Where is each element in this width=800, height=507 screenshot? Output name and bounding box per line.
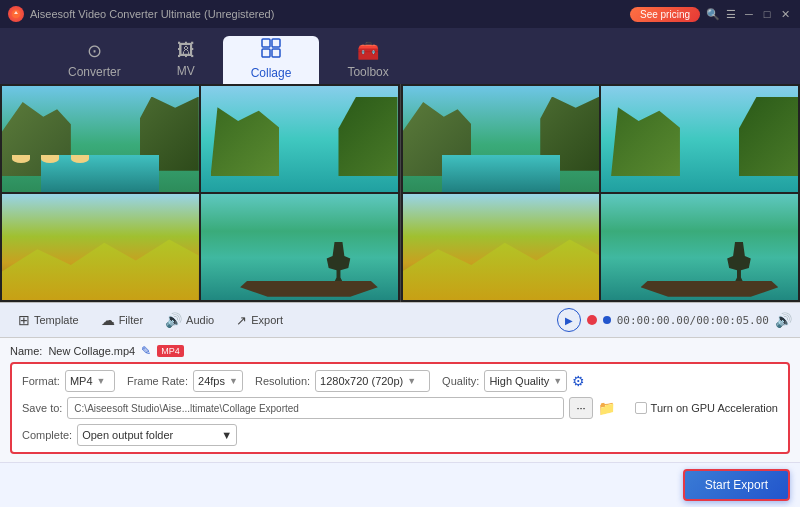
format-arrow-icon: ▼ [97, 376, 106, 386]
saveto-label: Save to: [22, 402, 62, 414]
quality-settings-icon[interactable]: ⚙ [572, 373, 585, 389]
gpu-acceleration-field: Turn on GPU Acceleration [635, 402, 778, 414]
framerate-arrow-icon: ▼ [229, 376, 238, 386]
saveto-path-value: C:\Aiseesoft Studio\Aise...ltimate\Colla… [74, 403, 299, 414]
quality-label: Quality: [442, 375, 479, 387]
collage-cell-br [201, 194, 398, 300]
search-icon[interactable]: 🔍 [706, 7, 720, 21]
filter-label: Filter [119, 314, 143, 326]
tab-collage[interactable]: Collage [223, 36, 320, 84]
settings-row-1: Format: MP4 ▼ Frame Rate: 24fps ▼ Resolu… [22, 370, 778, 392]
main-content: ⊞ Template ☁ Filter 🔊 Audio ↗ Export ▶ 0… [0, 84, 800, 507]
filter-button[interactable]: ☁ Filter [91, 308, 153, 332]
format-badge: MP4 [157, 345, 184, 357]
quality-select[interactable]: High Quality ▼ [484, 370, 567, 392]
resolution-arrow-icon: ▼ [407, 376, 416, 386]
format-select[interactable]: MP4 ▼ [65, 370, 115, 392]
collage-cell-tr [201, 86, 398, 192]
quality-field: Quality: High Quality ▼ ⚙ [442, 370, 585, 392]
svg-rect-4 [272, 49, 280, 57]
audio-label: Audio [186, 314, 214, 326]
editing-toolbar: ⊞ Template ☁ Filter 🔊 Audio ↗ Export ▶ 0… [0, 302, 800, 338]
template-icon: ⊞ [18, 312, 30, 328]
tab-toolbox-label: Toolbox [347, 65, 388, 79]
window-controls: 🔍 ☰ ─ □ ✕ [706, 7, 792, 21]
play-button[interactable]: ▶ [557, 308, 581, 332]
export-label: Export [251, 314, 283, 326]
folder-icon[interactable]: 📁 [598, 400, 615, 416]
settings-area: Name: New Collage.mp4 ✎ MP4 Format: MP4 … [0, 338, 800, 462]
name-row: Name: New Collage.mp4 ✎ MP4 [10, 344, 790, 358]
resolution-select[interactable]: 1280x720 (720p) ▼ [315, 370, 430, 392]
audio-icon: 🔊 [165, 312, 182, 328]
toolbar-right: ▶ 00:00:00.00/00:00:05.00 🔊 [557, 308, 792, 332]
export-icon: ↗ [236, 313, 247, 328]
complete-value: Open output folder [82, 429, 173, 441]
svg-rect-3 [262, 49, 270, 57]
tab-mv[interactable]: 🖼 MV [149, 36, 223, 84]
bottom-bar: Start Export [0, 462, 800, 507]
complete-label: Complete: [22, 429, 72, 441]
audio-button[interactable]: 🔊 Audio [155, 308, 224, 332]
collage-cell-tl [2, 86, 199, 192]
resolution-value: 1280x720 (720p) [320, 375, 403, 387]
tab-converter-label: Converter [68, 65, 121, 79]
mv-icon: 🖼 [177, 40, 195, 61]
name-value: New Collage.mp4 [48, 345, 135, 357]
record-indicator [587, 315, 597, 325]
template-button[interactable]: ⊞ Template [8, 308, 89, 332]
app-title: Aiseesoft Video Converter Ultimate (Unre… [30, 8, 624, 20]
template-label: Template [34, 314, 79, 326]
saveto-field: Save to: C:\Aiseesoft Studio\Aise...ltim… [22, 397, 615, 419]
time-display: 00:00:00.00/00:00:05.00 [617, 314, 769, 327]
export-settings-box: Format: MP4 ▼ Frame Rate: 24fps ▼ Resolu… [10, 362, 790, 454]
complete-field: Complete: Open output folder ▼ [22, 424, 237, 446]
format-value: MP4 [70, 375, 93, 387]
toolbar-left: ⊞ Template ☁ Filter 🔊 Audio ↗ Export [8, 308, 555, 332]
preview-area [0, 84, 800, 302]
app-logo [8, 6, 24, 22]
tab-converter[interactable]: ⊙ Converter [40, 36, 149, 84]
minimize-button[interactable]: ─ [742, 7, 756, 21]
framerate-select[interactable]: 24fps ▼ [193, 370, 243, 392]
collage-icon [261, 38, 281, 63]
gpu-label: Turn on GPU Acceleration [651, 402, 778, 414]
complete-select[interactable]: Open output folder ▼ [77, 424, 237, 446]
quality-value: High Quality [489, 375, 549, 387]
see-pricing-button[interactable]: See pricing [630, 7, 700, 22]
preview-cell-tl [403, 86, 600, 192]
complete-arrow-icon: ▼ [221, 429, 232, 441]
edit-name-icon[interactable]: ✎ [141, 344, 151, 358]
browse-button[interactable]: ··· [569, 397, 592, 419]
resolution-field: Resolution: 1280x720 (720p) ▼ [255, 370, 430, 392]
collage-cell-bl [2, 194, 199, 300]
settings-row-2: Save to: C:\Aiseesoft Studio\Aise...ltim… [22, 397, 778, 419]
preview-right-panel [401, 84, 801, 302]
volume-icon[interactable]: 🔊 [775, 312, 792, 328]
filter-icon: ☁ [101, 312, 115, 328]
svg-rect-2 [272, 39, 280, 47]
framerate-label: Frame Rate: [127, 375, 188, 387]
format-label: Format: [22, 375, 60, 387]
progress-indicator [603, 316, 611, 324]
format-field: Format: MP4 ▼ [22, 370, 115, 392]
gpu-checkbox[interactable] [635, 402, 647, 414]
framerate-value: 24fps [198, 375, 225, 387]
preview-cell-tr [601, 86, 798, 192]
resolution-label: Resolution: [255, 375, 310, 387]
close-button[interactable]: ✕ [778, 7, 792, 21]
collage-left-panel [0, 84, 401, 302]
start-export-button[interactable]: Start Export [683, 469, 790, 501]
name-label: Name: [10, 345, 42, 357]
saveto-path[interactable]: C:\Aiseesoft Studio\Aise...ltimate\Colla… [67, 397, 564, 419]
maximize-button[interactable]: □ [760, 7, 774, 21]
settings-row-3: Complete: Open output folder ▼ [22, 424, 778, 446]
svg-rect-1 [262, 39, 270, 47]
toolbox-icon: 🧰 [357, 40, 379, 62]
tab-toolbox[interactable]: 🧰 Toolbox [319, 36, 416, 84]
menu-icon[interactable]: ☰ [724, 7, 738, 21]
titlebar: Aiseesoft Video Converter Ultimate (Unre… [0, 0, 800, 28]
preview-cell-br [601, 194, 798, 300]
export-button[interactable]: ↗ Export [226, 308, 293, 332]
framerate-field: Frame Rate: 24fps ▼ [127, 370, 243, 392]
